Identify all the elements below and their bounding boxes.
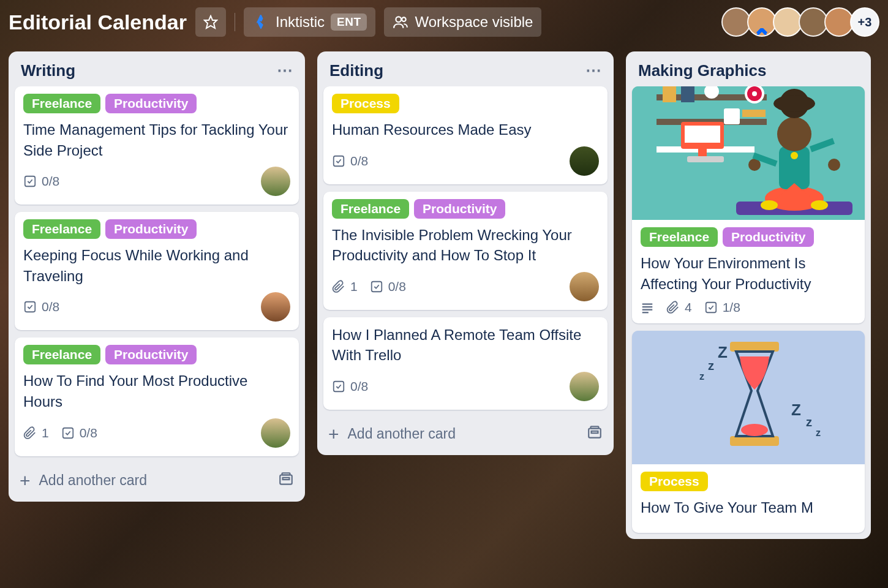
list-title[interactable]: Making Graphics <box>638 61 767 80</box>
checklist-count: 0/8 <box>42 300 59 314</box>
label-productivity[interactable]: Productivity <box>105 345 197 364</box>
member-avatar[interactable] <box>721 7 751 37</box>
checklist-count: 1/8 <box>723 300 740 315</box>
card-member-avatar[interactable] <box>570 372 599 401</box>
card[interactable]: Freelance Productivity The Invisible Pro… <box>323 192 608 310</box>
label-productivity[interactable]: Productivity <box>414 199 505 219</box>
label-productivity[interactable]: Productivity <box>105 219 197 239</box>
checklist-icon <box>704 301 718 314</box>
add-card-button[interactable]: + Add another card <box>20 472 147 490</box>
svg-text:z: z <box>806 415 812 429</box>
add-card-button[interactable]: + Add another card <box>328 425 456 443</box>
card[interactable]: Process Human Resources Made Easy 0/8 <box>323 86 608 184</box>
svg-point-41 <box>761 200 778 210</box>
svg-rect-28 <box>685 126 720 143</box>
label-process[interactable]: Process <box>332 94 399 113</box>
header-divider <box>235 13 235 31</box>
member-avatar[interactable] <box>799 7 828 37</box>
list-title[interactable]: Writing <box>21 61 75 80</box>
svg-point-43 <box>791 152 798 159</box>
checklist-icon <box>23 175 37 188</box>
svg-point-34 <box>777 117 811 151</box>
label-freelance[interactable]: Freelance <box>641 227 718 247</box>
atlassian-icon <box>252 13 269 31</box>
card-title: How To Give Your Team M <box>641 497 856 518</box>
card[interactable]: Freelance Productivity How Your Environm… <box>632 86 865 323</box>
attachment-badge: 1 <box>23 426 49 440</box>
svg-rect-3 <box>25 176 36 187</box>
checklist-count: 0/8 <box>42 174 59 189</box>
list-editing: Editing ⋯ Process Human Resources Made E… <box>317 51 614 455</box>
list-title[interactable]: Editing <box>329 61 383 80</box>
star-button[interactable] <box>195 7 226 37</box>
svg-point-23 <box>752 91 757 96</box>
label-freelance[interactable]: Freelance <box>23 94 100 113</box>
svg-rect-50 <box>730 342 779 352</box>
card-member-avatar[interactable] <box>261 167 290 196</box>
card-badges: 0/8 <box>23 167 290 196</box>
list-menu-button[interactable]: ⋯ <box>277 61 294 80</box>
list-writing: Writing ⋯ Freelance Productivity Time Ma… <box>9 51 305 502</box>
list-footer: + Add another card <box>317 416 614 455</box>
card-member-avatar[interactable] <box>570 146 599 176</box>
more-members-button[interactable]: +3 <box>850 7 879 37</box>
label-productivity[interactable]: Productivity <box>723 227 814 247</box>
board-header: Editorial Calendar Inktistic ENT Workspa… <box>0 0 888 45</box>
paperclip-icon <box>23 426 37 440</box>
workspace-button[interactable]: Inktistic ENT <box>244 7 376 37</box>
card[interactable]: Z z z Z z z Process How To Give Your Tea… <box>632 331 865 533</box>
card-title: How Your Environment Is Affecting Your P… <box>641 253 856 294</box>
plus-icon: + <box>20 472 31 490</box>
svg-text:Z: Z <box>718 343 728 361</box>
svg-text:z: z <box>816 428 821 438</box>
card-labels: Process <box>641 472 856 491</box>
card[interactable]: Freelance Productivity Time Management T… <box>15 86 299 205</box>
svg-point-52 <box>741 424 768 436</box>
card-template-button[interactable] <box>587 424 603 444</box>
member-avatar[interactable] <box>773 7 802 37</box>
svg-rect-4 <box>25 302 36 312</box>
attachment-badge: 4 <box>666 300 692 315</box>
card-labels: Freelance Productivity <box>23 94 290 113</box>
card-title: How To Find Your Most Productive Hours <box>23 371 290 412</box>
visibility-button[interactable]: Workspace visible <box>384 7 541 37</box>
list-menu-button[interactable]: ⋯ <box>585 61 603 80</box>
checklist-badge: 0/8 <box>61 426 97 440</box>
label-productivity[interactable]: Productivity <box>105 94 197 113</box>
list-making-graphics: Making Graphics <box>626 51 871 539</box>
checklist-badge: 0/8 <box>332 379 368 394</box>
label-freelance[interactable]: Freelance <box>23 219 100 239</box>
svg-rect-29 <box>698 149 707 156</box>
checklist-badge: 0/8 <box>23 300 59 314</box>
checklist-count: 0/8 <box>350 379 368 394</box>
list-cards: Freelance Productivity How Your Environm… <box>626 86 871 539</box>
svg-rect-9 <box>334 156 344 166</box>
svg-rect-15 <box>632 86 865 220</box>
checklist-badge: 1/8 <box>704 300 740 315</box>
board-title[interactable]: Editorial Calendar <box>9 10 187 34</box>
card-title: Human Resources Made Easy <box>332 119 599 140</box>
label-freelance[interactable]: Freelance <box>332 199 409 219</box>
card[interactable]: Freelance Productivity Keeping Focus Whi… <box>15 212 299 330</box>
list-header: Editing ⋯ <box>317 51 614 86</box>
svg-rect-25 <box>742 110 766 117</box>
card[interactable]: How I Planned A Remote Team Offsite With… <box>323 317 608 410</box>
board: Writing ⋯ Freelance Productivity Time Ma… <box>0 45 888 584</box>
description-icon <box>641 301 654 314</box>
member-avatar[interactable] <box>747 7 777 37</box>
label-freelance[interactable]: Freelance <box>23 345 100 364</box>
card-member-avatar[interactable] <box>570 272 599 301</box>
add-card-label: Add another card <box>348 426 456 442</box>
card-member-avatar[interactable] <box>261 292 290 322</box>
card-template-button[interactable] <box>278 471 294 491</box>
svg-point-1 <box>396 17 402 22</box>
card[interactable]: Freelance Productivity How To Find Your … <box>15 337 299 456</box>
workspace-plan-badge: ENT <box>331 13 367 31</box>
label-process[interactable]: Process <box>641 472 708 491</box>
member-avatar[interactable] <box>824 7 854 37</box>
card-member-avatar[interactable] <box>261 418 290 448</box>
svg-rect-7 <box>282 473 290 475</box>
svg-rect-13 <box>591 426 599 428</box>
svg-rect-18 <box>663 86 676 102</box>
svg-rect-11 <box>334 382 344 392</box>
